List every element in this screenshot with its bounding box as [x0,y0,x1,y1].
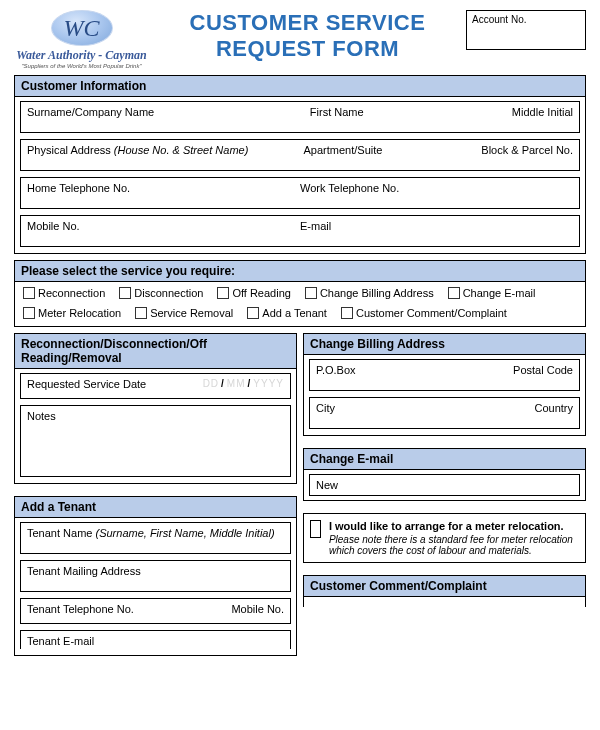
pobox-label: P.O.Box [316,364,513,376]
mobile-field[interactable]: Mobile No. E-mail [20,215,580,247]
account-number-field[interactable]: Account No. [466,10,586,50]
address-label: Physical Address (House No. & Street Nam… [27,144,304,156]
service-select-section: Please select the service you require: R… [14,260,586,327]
mobile-label: Mobile No. [27,220,300,232]
opt-meter-relocation[interactable]: Meter Relocation [23,307,121,319]
customer-info-heading: Customer Information [15,76,585,97]
date-hint: DD/MM/YYYY [203,378,284,389]
opt-comment[interactable]: Customer Comment/Complaint [341,307,507,319]
add-tenant-section: Add a Tenant Tenant Name (Surname, First… [14,496,297,656]
change-email-section: Change E-mail New [303,448,586,501]
opt-service-removal[interactable]: Service Removal [135,307,233,319]
title-line2: REQUEST FORM [157,36,458,62]
opt-reconnection[interactable]: Reconnection [23,287,105,299]
new-label: New [316,479,338,491]
opt-off-reading[interactable]: Off Reading [217,287,291,299]
meter-checkbox[interactable] [310,520,321,538]
page-title: CUSTOMER SERVICE REQUEST FORM [157,10,458,62]
change-email-heading: Change E-mail [304,449,585,470]
header: WC Water Authority - Cayman "Suppliers o… [14,10,586,69]
service-select-heading: Please select the service you require: [15,261,585,282]
surname-field[interactable]: Surname/Company Name First Name Middle I… [20,101,580,133]
billing-heading: Change Billing Address [304,334,585,355]
meter-note: Please note there is a standard fee for … [329,534,579,556]
logo-block: WC Water Authority - Cayman "Suppliers o… [14,10,149,69]
comment-heading: Customer Comment/Complaint [304,576,585,597]
checkbox-icon [135,307,147,319]
reconnection-heading: Reconnection/Disconnection/Off Reading/R… [15,334,296,369]
reconnection-section: Reconnection/Disconnection/Off Reading/R… [14,333,297,484]
tenant-name-field[interactable]: Tenant Name (Surname, First Name, Middle… [20,522,291,554]
opt-change-email[interactable]: Change E-mail [448,287,536,299]
notes-label: Notes [27,410,56,422]
org-name: Water Authority - Cayman [14,48,149,63]
opt-add-tenant[interactable]: Add a Tenant [247,307,327,319]
checkbox-icon [217,287,229,299]
notes-field[interactable]: Notes [20,405,291,477]
tenant-mail-label: Tenant Mailing Address [27,565,141,577]
checkbox-icon [341,307,353,319]
firstname-label: First Name [310,106,512,118]
home-tel-field[interactable]: Home Telephone No. Work Telephone No. [20,177,580,209]
add-tenant-heading: Add a Tenant [15,497,296,518]
title-line1: CUSTOMER SERVICE [157,10,458,36]
tenant-tel-field[interactable]: Tenant Telephone No. Mobile No. [20,598,291,624]
customer-info-section: Customer Information Surname/Company Nam… [14,75,586,254]
country-label: Country [534,402,573,414]
billing-section: Change Billing Address P.O.Box Postal Co… [303,333,586,436]
work-tel-label: Work Telephone No. [300,182,573,194]
city-field[interactable]: City Country [309,397,580,429]
tenant-mail-field[interactable]: Tenant Mailing Address [20,560,291,592]
middle-label: Middle Initial [512,106,573,118]
opt-change-billing[interactable]: Change Billing Address [305,287,434,299]
tenant-email-field[interactable]: Tenant E-mail [20,630,291,649]
comment-section: Customer Comment/Complaint [303,575,586,607]
new-email-field[interactable]: New [309,474,580,496]
city-label: City [316,402,534,414]
home-tel-label: Home Telephone No. [27,182,300,194]
checkbox-icon [247,307,259,319]
checkbox-icon [119,287,131,299]
meter-relocation-section: I would like to arrange for a meter relo… [303,513,586,563]
slogan: "Suppliers of the World's Most Popular D… [14,63,149,69]
tenant-tel-label: Tenant Telephone No. [27,603,231,615]
postal-label: Postal Code [513,364,573,376]
meter-text: I would like to arrange for a meter relo… [329,520,579,556]
tenant-name-label: Tenant Name (Surname, First Name, Middle… [27,527,275,539]
logo-icon: WC [51,10,113,46]
requested-date-field[interactable]: Requested Service Date DD/MM/YYYY [20,373,291,399]
checkbox-icon [448,287,460,299]
checkbox-icon [23,287,35,299]
requested-date-label: Requested Service Date [27,378,146,390]
checkbox-icon [305,287,317,299]
apt-label: Apartment/Suite [304,144,482,156]
tenant-email-label: Tenant E-mail [27,635,94,647]
meter-bold: I would like to arrange for a meter relo… [329,520,579,532]
address-field[interactable]: Physical Address (House No. & Street Nam… [20,139,580,171]
surname-label: Surname/Company Name [27,106,310,118]
pobox-field[interactable]: P.O.Box Postal Code [309,359,580,391]
email-label: E-mail [300,220,573,232]
block-label: Block & Parcel No. [481,144,573,156]
tenant-mobile-label: Mobile No. [231,603,284,615]
opt-disconnection[interactable]: Disconnection [119,287,203,299]
checkbox-icon [23,307,35,319]
